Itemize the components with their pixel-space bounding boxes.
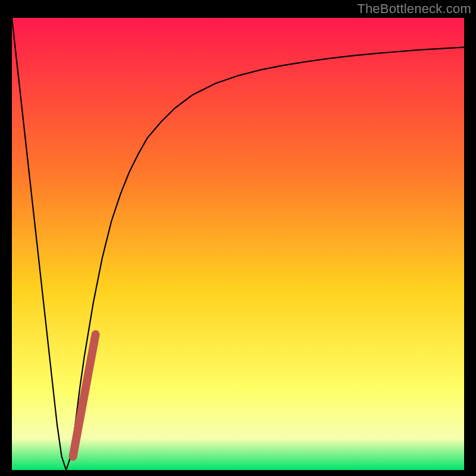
chart-svg xyxy=(12,18,464,470)
plot-area xyxy=(12,18,464,470)
chart-frame: TheBottleneck.com xyxy=(0,0,476,476)
watermark-text: TheBottleneck.com xyxy=(357,1,471,17)
